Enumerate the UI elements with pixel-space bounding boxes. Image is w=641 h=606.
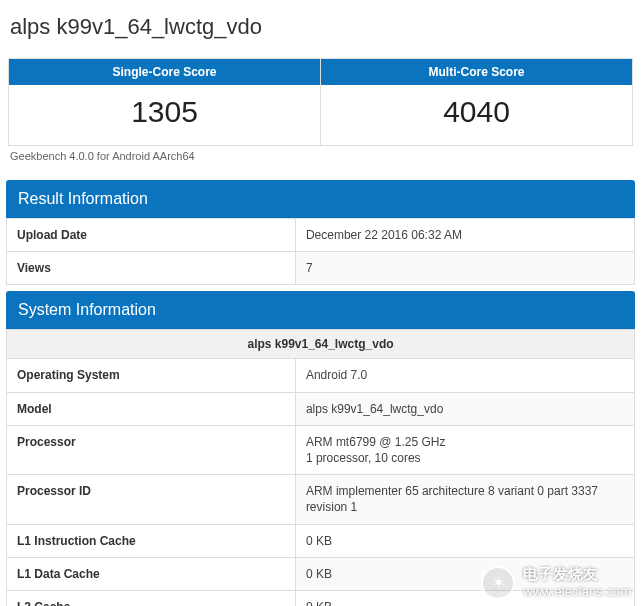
table-row: Operating SystemAndroid 7.0 <box>7 359 635 392</box>
result-row-label: Views <box>7 252 296 285</box>
single-core-cell: Single-Core Score 1305 <box>9 59 321 145</box>
page-title: alps k99v1_64_lwctg_vdo <box>0 0 641 50</box>
table-row: L1 Instruction Cache0 KB <box>7 524 635 557</box>
system-subheader: alps k99v1_64_lwctg_vdo <box>7 330 635 359</box>
single-core-label: Single-Core Score <box>9 59 320 85</box>
watermark-chinese: 电子发烧友 <box>523 565 631 584</box>
multi-core-cell: Multi-Core Score 4040 <box>321 59 632 145</box>
system-information-header: System Information <box>6 291 635 329</box>
multi-core-label: Multi-Core Score <box>321 59 632 85</box>
geekbench-version-note: Geekbench 4.0.0 for Android AArch64 <box>0 146 641 174</box>
system-row-value: ARM implementer 65 architecture 8 varian… <box>295 475 634 524</box>
table-row: Upload DateDecember 22 2016 06:32 AM <box>7 219 635 252</box>
result-row-value: December 22 2016 06:32 AM <box>295 219 634 252</box>
system-row-label: Processor ID <box>7 475 296 524</box>
result-information-header: Result Information <box>6 180 635 218</box>
watermark-url: www.elecfans.com <box>523 584 631 600</box>
system-row-label: L2 Cache <box>7 590 296 606</box>
system-row-label: Processor <box>7 425 296 474</box>
single-core-value: 1305 <box>9 85 320 145</box>
table-row: ProcessorARM mt6799 @ 1.25 GHz 1 process… <box>7 425 635 474</box>
watermark-text: 电子发烧友 www.elecfans.com <box>523 565 631 600</box>
table-row: Processor IDARM implementer 65 architect… <box>7 475 635 524</box>
system-row-label: Operating System <box>7 359 296 392</box>
watermark: ✶ 电子发烧友 www.elecfans.com <box>481 565 631 600</box>
score-row: Single-Core Score 1305 Multi-Core Score … <box>8 58 633 146</box>
result-row-label: Upload Date <box>7 219 296 252</box>
system-row-value: 0 KB <box>295 524 634 557</box>
result-information-table: Upload DateDecember 22 2016 06:32 AMView… <box>6 218 635 285</box>
system-row-label: L1 Instruction Cache <box>7 524 296 557</box>
system-row-value: alps k99v1_64_lwctg_vdo <box>295 392 634 425</box>
watermark-logo-icon: ✶ <box>481 566 515 600</box>
table-row: Modelalps k99v1_64_lwctg_vdo <box>7 392 635 425</box>
table-row: Views7 <box>7 252 635 285</box>
system-row-value: ARM mt6799 @ 1.25 GHz 1 processor, 10 co… <box>295 425 634 474</box>
system-row-label: L1 Data Cache <box>7 557 296 590</box>
result-row-value: 7 <box>295 252 634 285</box>
system-row-value: Android 7.0 <box>295 359 634 392</box>
multi-core-value: 4040 <box>321 85 632 145</box>
system-row-label: Model <box>7 392 296 425</box>
